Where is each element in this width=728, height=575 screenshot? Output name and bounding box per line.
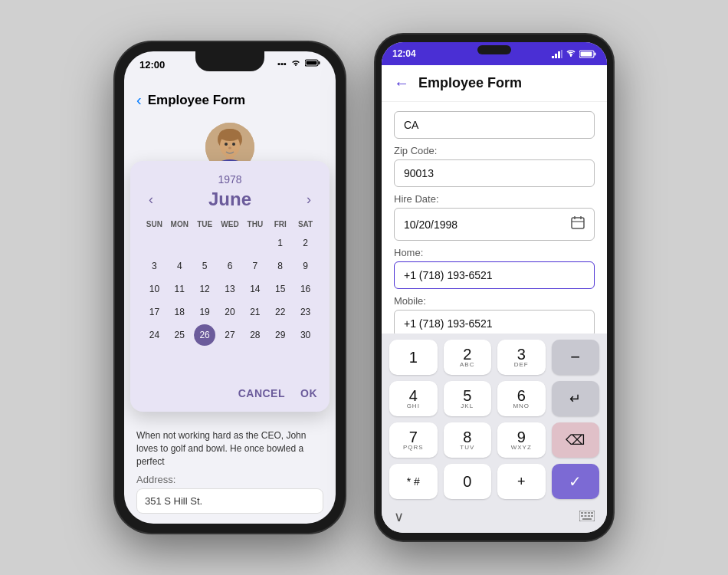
- cal-day-20[interactable]: 20: [219, 301, 241, 323]
- android-camera-pill: [477, 45, 511, 54]
- cal-day-28[interactable]: 28: [244, 324, 266, 346]
- key-8[interactable]: 8 TUV: [444, 422, 492, 458]
- cal-day: [194, 232, 215, 254]
- svg-rect-17: [595, 52, 596, 55]
- hire-date-field[interactable]: 10/20/1998: [394, 208, 595, 241]
- cal-day-30[interactable]: 30: [295, 324, 316, 346]
- cal-day-23[interactable]: 23: [295, 301, 316, 323]
- cal-day-7[interactable]: 7: [244, 255, 266, 277]
- calendar-icon[interactable]: [571, 215, 585, 233]
- cal-day-4[interactable]: 4: [169, 255, 190, 277]
- numeric-keypad: 1 2 ABC 3 DEF − 4 GHI: [382, 334, 607, 533]
- cal-day-22[interactable]: 22: [270, 301, 291, 323]
- keypad-row-2: 4 GHI 5 JKL 6 MNO ↵: [389, 381, 599, 416]
- cal-day-5[interactable]: 5: [194, 255, 215, 277]
- zip-field[interactable]: 90013: [394, 159, 595, 187]
- calendar-ok-button[interactable]: OK: [300, 387, 317, 399]
- cal-day-16[interactable]: 16: [295, 278, 316, 300]
- svg-rect-2: [307, 61, 317, 65]
- signal-icon: ▪▪▪: [277, 59, 287, 68]
- iphone-time: 12:00: [139, 59, 165, 71]
- cal-day-9[interactable]: 9: [295, 255, 316, 277]
- cal-day-11[interactable]: 11: [169, 278, 190, 300]
- home-phone-field[interactable]: +1 (718) 193-6521: [394, 261, 595, 289]
- key-9[interactable]: 9 WXYZ: [497, 422, 546, 458]
- mobile-phone-field[interactable]: +1 (718) 193-6521: [394, 310, 595, 334]
- svg-rect-24: [581, 512, 583, 514]
- cal-day-18[interactable]: 18: [169, 301, 190, 323]
- dow-fri: FRI: [268, 218, 292, 231]
- state-field[interactable]: CA: [394, 111, 595, 139]
- cal-day-25[interactable]: 25: [169, 324, 190, 346]
- svg-rect-28: [581, 515, 583, 517]
- svg-rect-18: [581, 51, 592, 56]
- address-field[interactable]: 351 S Hill St.: [136, 488, 323, 514]
- cal-day-12[interactable]: 12: [194, 278, 215, 300]
- keypad-row-1: 1 2 ABC 3 DEF −: [389, 340, 599, 375]
- cal-day-21[interactable]: 21: [244, 301, 266, 323]
- cal-day-6[interactable]: 6: [219, 255, 241, 277]
- key-star-hash[interactable]: * #: [389, 464, 438, 499]
- cal-day-14[interactable]: 14: [244, 278, 266, 300]
- key-2[interactable]: 2 ABC: [444, 340, 492, 375]
- zip-label: Zip Code:: [394, 145, 595, 156]
- battery-icon: [305, 59, 320, 68]
- calendar-actions: CANCEL OK: [143, 380, 317, 399]
- keyboard-icon[interactable]: [579, 509, 595, 525]
- back-button[interactable]: ‹: [136, 91, 142, 109]
- key-minus[interactable]: −: [552, 340, 600, 375]
- dow-sat: SAT: [293, 218, 317, 231]
- cal-day-17[interactable]: 17: [143, 301, 165, 323]
- cal-day-13[interactable]: 13: [219, 278, 241, 300]
- iphone-screen: 12:00 ▪▪▪ ‹ Employee Form: [124, 51, 336, 524]
- key-backspace[interactable]: ⌫: [552, 422, 600, 458]
- key-enter[interactable]: ↵: [552, 381, 600, 416]
- cal-day-3[interactable]: 3: [143, 255, 165, 277]
- keypad-row-4: * # 0 + ✓: [389, 464, 599, 499]
- key-7[interactable]: 7 PQRS: [389, 422, 438, 458]
- svg-rect-29: [585, 515, 587, 517]
- page-title: Employee Form: [418, 75, 522, 91]
- bio-text: When not working hard as the CEO, John l…: [136, 429, 323, 468]
- cal-day-10[interactable]: 10: [143, 278, 165, 300]
- svg-rect-26: [588, 512, 590, 514]
- chevron-down-icon[interactable]: ∨: [394, 508, 404, 525]
- android-time: 12:04: [392, 48, 416, 59]
- key-1[interactable]: 1: [389, 340, 438, 375]
- calendar-header: ‹ June ›: [143, 189, 317, 210]
- cal-day-29[interactable]: 29: [270, 324, 291, 346]
- calendar-prev[interactable]: ‹: [143, 192, 159, 208]
- iphone-status-icons: ▪▪▪: [277, 59, 320, 68]
- employee-form: CA Zip Code: 90013 Hire Date: 10/20/1998…: [382, 102, 607, 334]
- calendar-month: June: [208, 189, 251, 210]
- key-5[interactable]: 5 JKL: [444, 381, 492, 416]
- iphone-device: 12:00 ▪▪▪ ‹ Employee Form: [115, 42, 345, 533]
- cal-day-2[interactable]: 2: [295, 232, 316, 254]
- svg-rect-31: [591, 515, 593, 517]
- cal-day-24[interactable]: 24: [143, 324, 165, 346]
- wifi-icon: [290, 59, 301, 68]
- key-3[interactable]: 3 DEF: [497, 340, 546, 375]
- cal-day-27[interactable]: 27: [219, 324, 241, 346]
- key-4[interactable]: 4 GHI: [389, 381, 438, 416]
- key-0[interactable]: 0: [444, 464, 492, 499]
- calendar-next[interactable]: ›: [300, 192, 317, 208]
- svg-rect-15: [561, 50, 562, 58]
- cal-day-15[interactable]: 15: [270, 278, 291, 300]
- svg-rect-19: [572, 218, 584, 228]
- cal-day-1[interactable]: 1: [270, 232, 291, 254]
- key-confirm[interactable]: ✓: [552, 464, 600, 499]
- cal-day-8[interactable]: 8: [270, 255, 291, 277]
- calendar-cancel-button[interactable]: CANCEL: [238, 387, 285, 399]
- key-plus[interactable]: +: [497, 464, 546, 499]
- cal-day-26[interactable]: 26: [194, 324, 215, 346]
- iphone-notch: [195, 51, 264, 71]
- iphone-content: 1978 ‹ June › SUN MON TUE WED THU FRI SA…: [124, 115, 336, 524]
- svg-rect-32: [582, 518, 592, 520]
- back-button[interactable]: ←: [394, 74, 409, 92]
- dow-wed: WED: [218, 218, 242, 231]
- svg-rect-30: [588, 515, 590, 517]
- cal-day-19[interactable]: 19: [194, 301, 215, 323]
- dow-thu: THU: [243, 218, 267, 231]
- key-6[interactable]: 6 MNO: [497, 381, 546, 416]
